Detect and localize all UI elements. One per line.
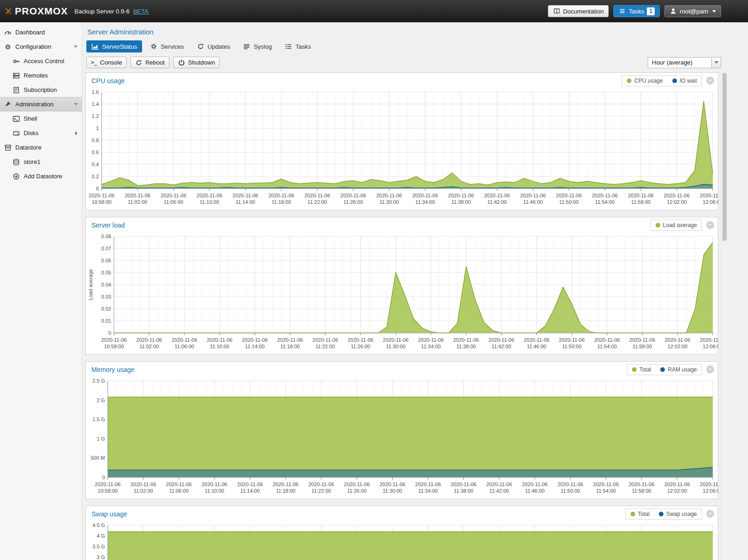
tasks-count-badge: 1 — [647, 7, 655, 15]
svg-text:10:58:00: 10:58:00 — [98, 488, 118, 494]
tab-tasks[interactable]: Tasks — [280, 40, 316, 52]
sidebar-item-configuration[interactable]: Configuration — [0, 39, 82, 54]
svg-text:2020-11-06: 2020-11-06 — [305, 193, 330, 198]
legend-item-swap-usage[interactable]: Swap usage — [654, 509, 702, 519]
svg-text:11:02:00: 11:02:00 — [139, 344, 159, 349]
sidebar-item-remotes[interactable]: Remotes — [0, 68, 82, 83]
sidebar-item-datastore[interactable]: Datastore — [0, 140, 82, 155]
collapse-panel-button[interactable] — [706, 221, 714, 229]
combo-trigger[interactable] — [711, 58, 721, 68]
gears-icon — [4, 43, 12, 51]
legend-item-total[interactable]: Total — [627, 365, 656, 375]
user-icon — [670, 7, 677, 15]
expander-right-icon[interactable] — [75, 131, 78, 135]
collapse-panel-button[interactable] — [706, 77, 714, 85]
legend-item-total[interactable]: Total — [626, 509, 654, 519]
tab-syslog[interactable]: Syslog — [238, 40, 277, 52]
legend-item-cpu-usage[interactable]: CPU usage — [622, 76, 667, 86]
terminal-icon — [13, 115, 20, 123]
shutdown-button[interactable]: Shutdown — [173, 57, 220, 68]
scrollbar-thumb[interactable] — [722, 73, 727, 241]
user-menu-button[interactable]: root@pam — [664, 5, 721, 17]
tasks-button[interactable]: Tasks 1 — [613, 5, 660, 17]
brand-wordmark: PROXMOX — [15, 6, 68, 17]
console-button[interactable]: Console — [86, 57, 127, 68]
database-icon — [13, 158, 20, 166]
sidebar-item-subscription[interactable]: Subscription — [0, 83, 82, 97]
collapse-panel-button[interactable] — [706, 510, 714, 518]
svg-text:1.2: 1.2 — [92, 113, 99, 119]
svg-text:2020-11-06: 2020-11-06 — [594, 337, 620, 343]
svg-text:11:26:00: 11:26:00 — [351, 344, 370, 349]
svg-text:0: 0 — [96, 186, 99, 191]
svg-text:12:06:00: 12:06:00 — [703, 344, 718, 349]
svg-text:0.4: 0.4 — [92, 162, 99, 167]
legend-dot — [656, 223, 660, 228]
svg-text:1.4: 1.4 — [92, 101, 99, 107]
subscription-icon — [13, 86, 20, 94]
svg-text:2020-11-06: 2020-11-06 — [630, 337, 655, 343]
svg-text:1.5 G: 1.5 G — [92, 417, 105, 422]
svg-text:2020-11-06: 2020-11-06 — [412, 193, 438, 198]
svg-text:11:30:00: 11:30:00 — [386, 344, 405, 349]
svg-text:0.05: 0.05 — [101, 270, 111, 275]
svg-text:0.06: 0.06 — [101, 258, 111, 263]
svg-text:11:14:00: 11:14:00 — [235, 199, 255, 205]
svg-text:11:54:00: 11:54:00 — [597, 344, 617, 349]
cpu-usage-panel: CPU usage CPU usage IO wait 00.20.40.60.… — [85, 72, 718, 210]
book-icon — [553, 7, 560, 15]
reboot-button[interactable]: Reboot — [130, 57, 169, 68]
svg-text:2020-11-06: 2020-11-06 — [95, 482, 120, 487]
collapse-panel-button[interactable] — [706, 365, 714, 373]
svg-text:2020-11-06: 2020-11-06 — [522, 482, 547, 487]
gauge-icon — [4, 29, 12, 36]
tab-serverstatus[interactable]: ServerStatus — [86, 40, 142, 52]
svg-text:2020-11-06: 2020-11-06 — [124, 193, 150, 198]
svg-text:2020-11-06: 2020-11-06 — [448, 193, 474, 198]
expander-down-icon[interactable] — [74, 103, 78, 105]
svg-text:2020-11-06: 2020-11-06 — [137, 337, 162, 343]
svg-text:2020-11-06: 2020-11-06 — [451, 482, 476, 487]
sidebar-item-shell[interactable]: Shell — [0, 111, 82, 126]
svg-text:2020-11-06: 2020-11-06 — [379, 482, 405, 487]
svg-text:11:46:00: 11:46:00 — [527, 344, 546, 349]
panel-title: Server load — [90, 221, 125, 229]
toolbar: Console Reboot Shutdown Hour (average) — [83, 54, 721, 72]
svg-text:11:22:00: 11:22:00 — [307, 199, 327, 205]
time-range-select[interactable]: Hour (average) — [648, 57, 721, 68]
svg-text:1: 1 — [96, 125, 99, 131]
legend-item-load-average[interactable]: Load average — [651, 220, 702, 230]
sidebar-item-dashboard[interactable]: Dashboard — [0, 25, 82, 39]
svg-text:12:06:00: 12:06:00 — [703, 488, 718, 494]
svg-text:10:58:00: 10:58:00 — [91, 199, 111, 205]
svg-text:2020-11-06: 2020-11-06 — [233, 193, 258, 198]
tab-updates[interactable]: Updates — [192, 40, 235, 52]
svg-text:2020-11-06: 2020-11-06 — [196, 193, 222, 198]
legend-item-ram-usage[interactable]: RAM usage — [656, 365, 702, 375]
tab-services[interactable]: Services — [145, 40, 189, 52]
svg-text:3 G: 3 G — [97, 554, 105, 560]
svg-text:2020-11-06: 2020-11-06 — [418, 337, 443, 343]
sidebar-item-access-control[interactable]: Access Control — [0, 54, 82, 68]
legend-dot — [659, 512, 663, 516]
documentation-button[interactable]: Documentation — [548, 5, 609, 17]
svg-text:2020-11-06: 2020-11-06 — [415, 482, 441, 487]
swap-usage-panel: Swap usage Total Swap usage 0500 M1 G1.5… — [85, 506, 718, 560]
legend-item-io-wait[interactable]: IO wait — [668, 76, 702, 86]
svg-text:2020-11-06: 2020-11-06 — [242, 337, 267, 343]
expander-down-icon[interactable] — [74, 46, 78, 48]
sidebar-item-administration[interactable]: Administration — [0, 97, 82, 111]
svg-text:11:22:00: 11:22:00 — [312, 488, 331, 494]
list-icon — [243, 43, 250, 50]
sidebar-item-store1[interactable]: store1 — [0, 155, 82, 169]
sidebar-item-disks[interactable]: Disks — [0, 126, 82, 140]
vertical-scrollbar[interactable] — [721, 72, 727, 560]
svg-text:11:06:00: 11:06:00 — [175, 344, 194, 349]
beta-link[interactable]: BETA — [133, 8, 149, 15]
sidebar-item-add-datastore[interactable]: Add Datastore — [0, 169, 82, 183]
svg-text:11:18:00: 11:18:00 — [280, 344, 300, 349]
svg-text:11:26:00: 11:26:00 — [344, 199, 363, 205]
gear-icon — [150, 43, 157, 50]
svg-text:12:02:00: 12:02:00 — [668, 344, 688, 349]
reboot-icon — [135, 59, 143, 66]
